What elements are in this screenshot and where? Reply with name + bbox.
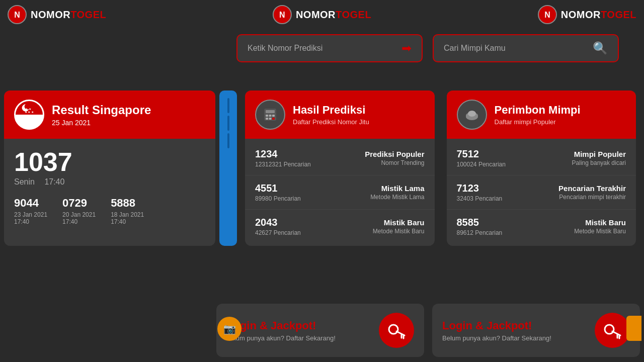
stub-line-1 (227, 98, 229, 113)
pred-count-1: 12312321 Pencarian (255, 161, 311, 168)
main-result-number: 1037 (14, 149, 205, 175)
prediksi-search-box[interactable]: Ketik Nomor Prediksi ➡ (236, 34, 423, 62)
mimpi-row-3[interactable]: 8585 89612 Pencarian Mistik Baru Metode … (447, 210, 636, 243)
jackpot-left-1: Login & Jackpot! Belum punya akun? Dafta… (226, 319, 336, 342)
calculator-icon (262, 107, 278, 123)
jackpot-left-2: Login & Jackpot! Belum punya akun? Dafta… (442, 319, 551, 342)
prediksi-body: 1234 12312321 Pencarian Prediksi Populer… (245, 139, 435, 246)
jackpot-icon-2 (595, 313, 630, 348)
svg-point-23 (389, 325, 398, 334)
svg-point-27 (605, 325, 614, 334)
day-label: Senin (14, 177, 35, 186)
svg-rect-16 (266, 118, 268, 120)
pred-num-2: 4551 (255, 183, 301, 194)
stub-line-2 (227, 116, 229, 131)
blue-card-stub (219, 90, 237, 246)
mimpi-sublabel-1: Paling banyak dicari (572, 159, 626, 166)
pred-label-1: Prediksi Populer (365, 150, 424, 158)
logo-center: N NOMORTOGEL (273, 5, 371, 24)
mimpi-sublabel-2: Pencarian mimpi terakhir (558, 194, 626, 201)
banners-area: Login & Jackpot! Belum punya akun? Dafta… (216, 304, 640, 357)
logo-center-icon: N (273, 5, 292, 24)
jackpot-sub-2: Belum punya akun? Daftar Sekarang! (442, 334, 551, 342)
result-title-text: Result Singapore (52, 103, 151, 117)
pred-left-2: 4551 89980 Pencarian (255, 183, 301, 202)
prev-date-2: 20 Jan 2021 17:40 (62, 211, 96, 225)
result-header: ★ ★ ★ ★ ★ Result Singapore 25 Jan 2021 (4, 90, 215, 139)
mimpi-sublabel-3: Metode Mistik Baru (574, 228, 626, 235)
svg-text:N: N (14, 11, 20, 19)
mimpi-num-1: 7512 (457, 148, 506, 160)
prev-date-3: 18 Jan 2021 17:40 (111, 211, 144, 225)
jackpot-title-1: Login & Jackpot! (226, 319, 336, 332)
pred-left-1: 1234 12312321 Pencarian (255, 148, 311, 168)
result-date: 25 Jan 2021 (52, 119, 151, 127)
svg-text:★ ★ ★: ★ ★ ★ (25, 110, 34, 114)
prediksi-row-3[interactable]: 2043 42627 Pencarian Mistik Baru Metode … (245, 210, 435, 243)
pred-sublabel-2: Metode Mistik Lama (370, 194, 424, 201)
time-label: 17:40 (44, 177, 64, 186)
perimbon-icon (457, 100, 487, 130)
prev-result-2: 0729 20 Jan 2021 17:40 (62, 197, 96, 225)
perimbon-title-block: Perimbon Mimpi Daftar mimpi Populer (495, 104, 581, 126)
prediksi-search-placeholder: Ketik Nomor Prediksi (248, 44, 323, 53)
prediksi-header: Hasil Prediksi Daftar Prediksi Nomor Jit… (245, 90, 435, 139)
mimpi-right-1: Mimpi Populer Paling banyak dicari (572, 150, 626, 166)
logo-left-icon: N (8, 5, 27, 24)
key-icon-2 (602, 320, 622, 340)
perimbon-header: Perimbon Mimpi Daftar mimpi Populer (447, 90, 636, 139)
pred-label-3: Mistik Baru (373, 218, 425, 227)
svg-rect-18 (272, 118, 275, 120)
jackpot-title-2: Login & Jackpot! (442, 319, 551, 332)
cloud-icon (464, 107, 480, 123)
mimpi-left-2: 7123 32403 Pencarian (457, 183, 503, 202)
mimpi-label-2: Pencarian Terakhir (558, 184, 626, 193)
key-icon-1 (386, 320, 407, 340)
pred-left-3: 2043 42627 Pencarian (255, 217, 301, 236)
jackpot-banner-2[interactable]: Login & Jackpot! Belum punya akun? Dafta… (432, 304, 640, 357)
prediksi-search-icon[interactable]: ➡ (401, 41, 412, 55)
perimbon-body: 7512 100024 Pencarian Mimpi Populer Pali… (447, 139, 636, 246)
mimpi-count-1: 100024 Pencarian (457, 161, 506, 168)
svg-point-22 (468, 111, 476, 117)
mimpi-row-2[interactable]: 7123 32403 Pencarian Pencarian Terakhir … (447, 175, 636, 210)
mimpi-search-placeholder: Cari Mimpi Kamu (444, 44, 506, 53)
prediksi-card: Hasil Prediksi Daftar Prediksi Nomor Jit… (245, 90, 435, 246)
pred-count-3: 42627 Pencarian (255, 229, 301, 236)
prev-num-1: 9044 (14, 197, 47, 210)
jackpot-icon-1 (379, 313, 414, 348)
mimpi-search-icon[interactable]: 🔍 (593, 41, 608, 55)
orange-stub-left[interactable]: 📷 (217, 317, 242, 341)
day-time: Senin 17:40 (14, 177, 205, 187)
mimpi-search-box[interactable]: Cari Mimpi Kamu 🔍 (433, 34, 619, 62)
prev-date-1: 23 Jan 2021 17:40 (14, 211, 47, 225)
svg-rect-13 (266, 115, 268, 117)
search-area: Ketik Nomor Prediksi ➡ Cari Mimpi Kamu 🔍 (236, 34, 619, 62)
svg-rect-12 (266, 110, 275, 113)
logo-left-label: NOMORTOGEL (31, 9, 106, 21)
pred-label-2: Mistik Lama (370, 184, 424, 193)
perimbon-title: Perimbon Mimpi (495, 104, 581, 117)
result-title-block: Result Singapore 25 Jan 2021 (52, 103, 151, 127)
orange-stub-right[interactable] (626, 316, 641, 341)
mimpi-row-1[interactable]: 7512 100024 Pencarian Mimpi Populer Pali… (447, 141, 636, 175)
logo-right-icon: N (538, 5, 557, 24)
prev-num-2: 0729 (62, 197, 96, 210)
pred-right-1: Prediksi Populer Nomor Trending (365, 150, 424, 166)
prev-num-3: 5888 (111, 197, 144, 210)
mimpi-num-2: 7123 (457, 183, 503, 194)
jackpot-banner-1[interactable]: Login & Jackpot! Belum punya akun? Dafta… (216, 304, 424, 357)
prediksi-title: Hasil Prediksi (293, 104, 369, 117)
previous-results: 9044 23 Jan 2021 17:40 0729 20 Jan 2021 … (14, 197, 205, 225)
pred-count-2: 89980 Pencarian (255, 195, 301, 202)
prediksi-title-block: Hasil Prediksi Daftar Prediksi Nomor Jit… (293, 104, 369, 126)
mimpi-label-3: Mistik Baru (574, 218, 626, 227)
prediksi-subtitle: Daftar Prediksi Nomor Jitu (293, 118, 369, 126)
perimbon-subtitle: Daftar mimpi Populer (495, 118, 581, 126)
cards-area: ★ ★ ★ ★ ★ Result Singapore 25 Jan 2021 1… (4, 90, 640, 246)
prediksi-row-1[interactable]: 1234 12312321 Pencarian Prediksi Populer… (245, 141, 435, 175)
prediksi-row-2[interactable]: 4551 89980 Pencarian Mistik Lama Metode … (245, 175, 435, 210)
mimpi-num-3: 8585 (457, 217, 503, 228)
svg-rect-14 (269, 115, 272, 117)
mimpi-left-1: 7512 100024 Pencarian (457, 148, 506, 168)
